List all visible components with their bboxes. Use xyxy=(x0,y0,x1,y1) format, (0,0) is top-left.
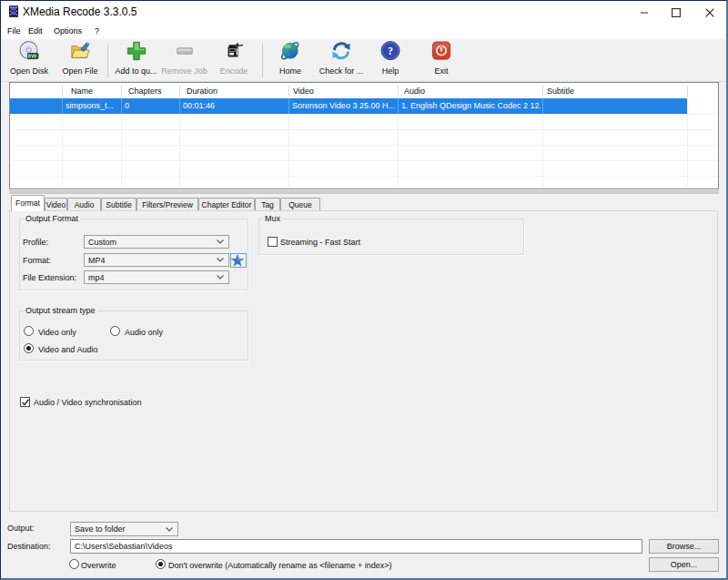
column-header-subtitle[interactable]: Subtitle xyxy=(547,84,574,98)
chevron-down-icon xyxy=(217,275,224,280)
streaming-fast-start-label: Streaming - Fast Start xyxy=(280,238,360,247)
home-button[interactable]: Home xyxy=(269,41,311,79)
destination-label: Destination: xyxy=(7,542,51,551)
maximize-icon xyxy=(672,8,681,17)
toolbar-separator xyxy=(262,44,263,77)
exit-icon xyxy=(431,41,451,61)
open-button[interactable]: Open... xyxy=(649,557,719,572)
overwrite-radio[interactable] xyxy=(69,559,79,569)
toolbar-button-label: Encode xyxy=(212,66,256,76)
video-and-audio-radio[interactable] xyxy=(24,343,34,353)
gridline xyxy=(11,160,718,161)
remove-job-button[interactable]: Remove Job xyxy=(161,41,207,79)
help-button[interactable]: ? Help xyxy=(370,41,410,79)
column-header-video[interactable]: Video xyxy=(293,84,314,98)
home-icon xyxy=(280,41,300,61)
app-icon xyxy=(9,5,18,17)
toolbar-button-label: Check for ... xyxy=(314,66,369,76)
menu-file[interactable]: File xyxy=(7,24,21,39)
menu-help[interactable]: ? xyxy=(95,24,99,39)
video-only-radio[interactable] xyxy=(24,326,34,336)
audio-video-sync-label: Audio / Video synchronisation xyxy=(34,398,141,407)
gridline xyxy=(398,98,399,114)
open-disk-icon xyxy=(19,41,39,61)
add-to-queue-button[interactable]: Add to qu... xyxy=(112,41,160,79)
tab-filters-preview[interactable]: Filters/Preview xyxy=(136,198,198,210)
menu-edit[interactable]: Edit xyxy=(28,24,43,39)
gridline xyxy=(11,129,718,130)
open-file-icon xyxy=(70,41,90,61)
tab-format[interactable]: Format xyxy=(11,195,45,211)
tab-chapter-editor[interactable]: Chapter Editor xyxy=(198,198,255,210)
toolbar: Open Disk Open File Add to qu... xyxy=(1,39,726,82)
profile-select[interactable]: Custom xyxy=(84,235,229,249)
browse-button[interactable]: Browse... xyxy=(649,539,719,554)
favorite-format-button[interactable] xyxy=(230,253,247,268)
cell-chapters: 0 xyxy=(125,98,177,114)
streaming-fast-start-checkbox[interactable] xyxy=(268,237,278,247)
tab-tag[interactable]: Tag xyxy=(255,198,280,210)
column-divider[interactable] xyxy=(288,86,289,97)
gridline xyxy=(687,98,688,188)
gridline xyxy=(542,98,543,114)
open-file-button[interactable]: Open File xyxy=(56,41,104,79)
tab-audio[interactable]: Audio xyxy=(67,198,101,210)
group-title: Output stream type xyxy=(24,306,97,315)
encode-button[interactable]: Encode xyxy=(212,41,256,79)
app-window: XMedia Recode 3.3.0.5 File Edit Options … xyxy=(0,0,728,580)
format-label: Format: xyxy=(23,256,51,265)
maximize-button[interactable] xyxy=(662,1,690,24)
check-for-updates-button[interactable]: Check for ... xyxy=(314,41,369,79)
audio-only-radio[interactable] xyxy=(110,326,120,336)
dont-overwrite-radio[interactable] xyxy=(156,559,166,569)
toolbar-button-label: Help xyxy=(370,66,410,76)
menu-options[interactable]: Options xyxy=(54,24,82,39)
column-header-duration[interactable]: Duration xyxy=(187,84,217,98)
column-divider[interactable] xyxy=(121,86,122,97)
column-divider[interactable] xyxy=(687,86,688,97)
window-title: XMedia Recode 3.3.0.5 xyxy=(23,1,136,24)
gridline xyxy=(179,98,180,114)
toolbar-button-label: Open File xyxy=(56,66,104,76)
column-divider[interactable] xyxy=(179,86,180,97)
gridline xyxy=(11,145,718,146)
destination-input[interactable]: C:\Users\Sebastian\Videos xyxy=(70,539,642,554)
output-value: Save to folder xyxy=(75,523,126,535)
file-extension-value: mp4 xyxy=(88,271,105,284)
job-row-selected[interactable]: simpsons_t... 0 00:01:46 Sorenson Video … xyxy=(10,98,687,114)
video-and-audio-label: Video and Audio xyxy=(38,345,97,354)
close-button[interactable] xyxy=(696,1,723,24)
close-icon xyxy=(705,8,714,17)
open-disk-button[interactable]: Open Disk xyxy=(5,41,54,79)
audio-video-sync-checkbox[interactable] xyxy=(20,397,30,407)
format-value: MP4 xyxy=(88,254,106,267)
chevron-down-icon xyxy=(217,258,224,262)
file-extension-select[interactable]: mp4 xyxy=(84,270,229,284)
column-divider[interactable] xyxy=(542,86,543,97)
chevron-down-icon xyxy=(166,527,173,532)
gridline xyxy=(288,98,289,114)
column-header-audio[interactable]: Audio xyxy=(404,84,425,98)
tab-queue[interactable]: Queue xyxy=(280,198,320,210)
tab-subtitle[interactable]: Subtitle xyxy=(101,198,136,210)
file-extension-label: File Extension: xyxy=(23,273,76,282)
toolbar-separator xyxy=(107,44,108,77)
format-select[interactable]: MP4 xyxy=(84,253,229,267)
svg-text:?: ? xyxy=(388,45,393,57)
check-icon xyxy=(21,398,30,407)
column-header-chapters[interactable]: Chapters xyxy=(128,84,162,98)
exit-button[interactable]: Exit xyxy=(420,41,462,79)
cell-subtitle xyxy=(546,98,682,114)
dont-overwrite-label: Don't overwrite (Automatically rename as… xyxy=(168,561,392,570)
toolbar-button-label: Home xyxy=(269,66,311,76)
minimize-button[interactable] xyxy=(631,1,658,24)
title-bar: XMedia Recode 3.3.0.5 xyxy=(1,1,726,24)
toolbar-button-label: Remove Job xyxy=(161,66,207,76)
column-header-name[interactable]: Name xyxy=(71,84,93,98)
output-select[interactable]: Save to folder xyxy=(70,522,178,536)
tab-video[interactable]: Video xyxy=(45,198,67,210)
column-divider[interactable] xyxy=(398,86,399,97)
column-divider[interactable] xyxy=(62,86,63,97)
splitter[interactable] xyxy=(9,190,719,194)
menu-bar: File Edit Options ? xyxy=(1,24,726,39)
